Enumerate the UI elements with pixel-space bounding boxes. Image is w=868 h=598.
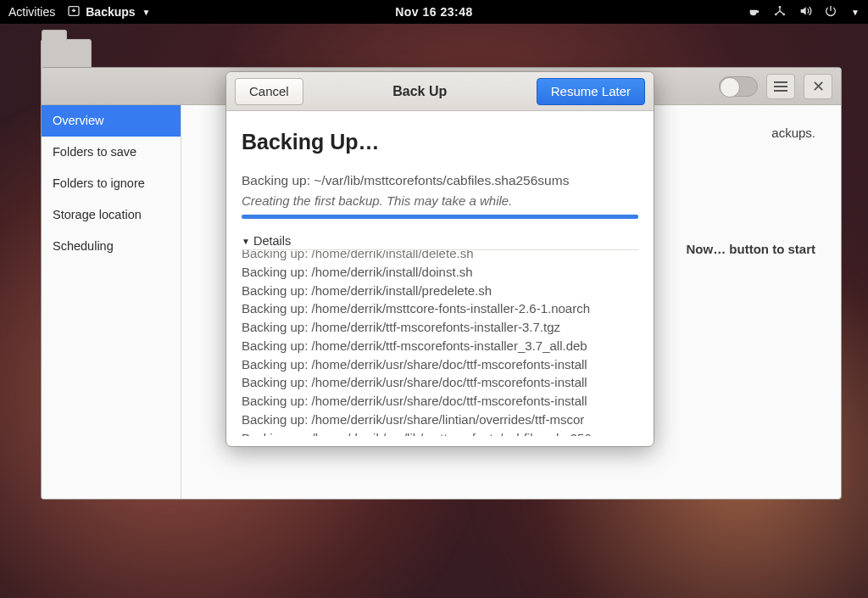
sidebar-item-folders-to-save[interactable]: Folders to save xyxy=(42,137,181,168)
overview-text-2: button to start xyxy=(726,242,815,256)
gnome-top-bar: Activities Backups ▼ Nov 16 23:48 ▼ xyxy=(0,0,868,24)
log-line: Backing up: /home/derrik/ttf-mscorefonts… xyxy=(242,337,638,355)
hamburger-icon xyxy=(774,81,787,92)
log-line: Backing up: /home/derrik/msttcore-fonts-… xyxy=(242,299,638,318)
auto-backup-toggle[interactable] xyxy=(719,76,758,97)
log-line: Backing up: /home/derrik/install/delete.… xyxy=(242,249,638,263)
sidebar-item-storage-location[interactable]: Storage location xyxy=(42,199,181,231)
details-label: Details xyxy=(253,234,291,248)
system-status-area[interactable]: ▼ xyxy=(748,4,860,20)
resume-later-button[interactable]: Resume Later xyxy=(537,78,645,105)
volume-icon xyxy=(798,4,812,20)
details-expander[interactable]: ▼ Details xyxy=(242,234,638,248)
log-line: Backing up: /home/derrik/install/predele… xyxy=(242,282,638,300)
log-line: Backing up: /home/derrik/usr/share/linti… xyxy=(242,411,638,429)
log-line: Backing up: /home/derrik/usr/share/doc/t… xyxy=(242,373,638,392)
sidebar-item-folders-to-ignore[interactable]: Folders to ignore xyxy=(42,168,181,199)
backup-log: Backing up: /home/derrik/install/delete.… xyxy=(242,249,638,436)
chevron-down-icon: ▼ xyxy=(142,8,151,17)
log-line: Backing up: /home/derrik/usr/share/doc/t… xyxy=(242,355,638,374)
log-line: Backing up: /home/derrik/var/lib/msttcor… xyxy=(242,429,638,437)
dialog-title: Back Up xyxy=(392,84,447,99)
power-icon xyxy=(824,4,837,20)
svg-point-1 xyxy=(779,6,782,8)
log-line: Backing up: /home/derrik/usr/share/doc/t… xyxy=(242,392,638,411)
backups-app-icon xyxy=(67,4,81,20)
sidebar: OverviewFolders to saveFolders to ignore… xyxy=(42,105,181,499)
dialog-heading: Backing Up… xyxy=(242,130,638,154)
app-menu-label: Backups xyxy=(86,5,135,19)
app-menu[interactable]: Backups ▼ xyxy=(67,4,150,20)
backup-substatus: Creating the first backup. This may take… xyxy=(242,193,638,208)
window-close-button[interactable]: ✕ xyxy=(804,74,832,99)
expander-arrow-icon: ▼ xyxy=(242,237,250,246)
backup-now-label: Now… xyxy=(687,242,726,256)
sidebar-item-scheduling[interactable]: Scheduling xyxy=(42,231,181,262)
caffeine-icon xyxy=(748,4,761,20)
dialog-headerbar: Cancel Back Up Resume Later xyxy=(226,72,654,111)
cancel-button[interactable]: Cancel xyxy=(235,78,303,105)
sidebar-item-overview[interactable]: Overview xyxy=(42,105,181,137)
close-icon: ✕ xyxy=(812,77,825,96)
log-line: Backing up: /home/derrik/install/doinst.… xyxy=(242,263,638,282)
hamburger-menu-button[interactable] xyxy=(766,74,795,99)
log-line: Backing up: /home/derrik/ttf-mscorefonts… xyxy=(242,318,638,337)
current-file-status: Backing up: ~/var/lib/msttcorefonts/cabf… xyxy=(242,173,638,188)
chevron-down-icon: ▼ xyxy=(851,8,860,17)
activities-button[interactable]: Activities xyxy=(8,5,55,19)
network-icon xyxy=(773,4,787,20)
clock[interactable]: Nov 16 23:48 xyxy=(395,5,473,19)
backup-progress-dialog: Cancel Back Up Resume Later Backing Up… … xyxy=(225,71,654,447)
progress-bar xyxy=(242,215,638,219)
